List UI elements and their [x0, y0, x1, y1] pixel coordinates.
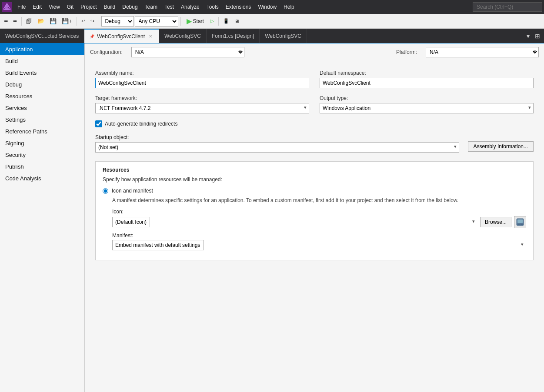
startup-object-group: Startup object: (Not set)	[95, 134, 459, 153]
start-triangle-icon: ▶	[187, 17, 192, 25]
sidebar-item-signing[interactable]: Signing	[0, 137, 84, 149]
output-type-select[interactable]: Windows Application Class Library Consol…	[320, 103, 534, 113]
target-framework-select[interactable]: .NET Framework 4.7.2 .NET Framework 4.8 …	[95, 103, 309, 113]
toolbar: ⬅ ➡ 🗐 📂 💾 💾+ ↩ ↪ Debug Release Any CPU x…	[0, 14, 544, 29]
assembly-info-button[interactable]: Assembly Information...	[468, 141, 534, 152]
start-button[interactable]: ▶ Start	[183, 16, 207, 27]
auto-generate-row: Auto-generate binding redirects	[95, 120, 534, 127]
cpu-dropdown[interactable]: Any CPU x86 x64	[135, 16, 178, 27]
radio-icon-manifest: Icon and manifest	[103, 188, 526, 194]
save-icon: 💾	[50, 18, 57, 24]
config-bar: Configuration: N/A Platform: N/A	[85, 43, 544, 61]
tab-label: WebConfigSvcClient	[97, 33, 145, 40]
menu-help[interactable]: Help	[280, 2, 298, 12]
tab-close-btn[interactable]: ✕	[147, 33, 154, 39]
menu-view[interactable]: View	[45, 2, 63, 12]
platform-label: Platform:	[396, 49, 417, 55]
tab-bar-end: ▾ ⊞	[523, 29, 544, 43]
toolbar-fwd-btn[interactable]: ➡	[11, 17, 19, 25]
radio-icon-manifest-desc: A manifest determines specific settings …	[112, 196, 526, 204]
menu-git[interactable]: Git	[63, 2, 77, 12]
tab-form1-design[interactable]: Form1.cs [Design]	[207, 29, 260, 43]
assembly-name-group: Assembly name:	[95, 70, 309, 88]
menu-analyze[interactable]: Analyze	[177, 2, 203, 12]
menu-test[interactable]: Test	[161, 2, 177, 12]
tab-layout-btn[interactable]: ⊞	[533, 32, 542, 40]
menu-build[interactable]: Build	[100, 2, 119, 12]
toolbar-sep-1	[21, 17, 22, 26]
config-label: Configuration:	[90, 49, 123, 55]
toolbar-emulator-btn[interactable]: 🖥	[232, 17, 241, 25]
icon-field-row: (Default Icon) Browse...	[112, 216, 526, 228]
toolbar-sep-3	[99, 17, 99, 26]
vs-logo	[2, 2, 12, 12]
icon-select[interactable]: (Default Icon)	[112, 217, 150, 227]
assembly-name-input[interactable]	[95, 78, 309, 88]
menu-items: File Edit View Git Project Build Debug T…	[14, 2, 298, 12]
manifest-label: Manifest:	[112, 233, 526, 239]
startup-object-select[interactable]: (Not set)	[95, 142, 459, 153]
sidebar-item-code-analysis[interactable]: Code Analysis	[0, 173, 84, 184]
toolbar-device-btn[interactable]: 📱	[221, 17, 231, 25]
menu-project[interactable]: Project	[77, 2, 100, 12]
menu-debug[interactable]: Debug	[119, 2, 141, 12]
toolbar-saveall-btn[interactable]: 💾+	[60, 17, 74, 26]
resources-section-title: Resources	[103, 167, 526, 173]
output-type-group: Output type: Windows Application Class L…	[320, 95, 534, 113]
tab-webconfigsvc-2[interactable]: WebConfigSVC	[159, 29, 207, 43]
toolbar-back-btn[interactable]: ⬅	[2, 17, 10, 25]
radio-icon-manifest-input[interactable]	[103, 188, 108, 194]
sidebar-item-security[interactable]: Security	[0, 149, 84, 161]
tab-webconfigsvcclient[interactable]: 📌 WebConfigSvcClient ✕	[84, 29, 159, 43]
menu-tools[interactable]: Tools	[203, 2, 222, 12]
sidebar-item-application[interactable]: Application	[0, 43, 84, 55]
svg-rect-2	[517, 224, 520, 225]
menu-extensions[interactable]: Extensions	[222, 2, 255, 12]
toolbar-sep-2	[77, 17, 77, 26]
auto-generate-checkbox[interactable]	[95, 120, 102, 127]
menu-team[interactable]: Team	[141, 2, 161, 12]
menu-window[interactable]: Window	[254, 2, 280, 12]
sidebar-item-publish[interactable]: Publish	[0, 161, 84, 173]
sidebar-item-debug[interactable]: Debug	[0, 79, 84, 90]
sidebar-item-build-events[interactable]: Build Events	[0, 67, 84, 79]
sidebar-item-services[interactable]: Services	[0, 102, 84, 114]
platform-dropdown[interactable]: N/A	[426, 47, 539, 57]
icon-browse-button[interactable]: Browse...	[480, 217, 511, 227]
toolbar-undo-btn[interactable]: ↩	[79, 17, 87, 25]
start-no-debug-btn[interactable]: ▷	[208, 17, 216, 25]
tab-label: Form1.cs [Design]	[212, 33, 254, 39]
target-framework-label: Target framework:	[95, 95, 309, 101]
toolbar-new-btn[interactable]: 🗐	[24, 17, 34, 26]
tab-webconfigsvc-3[interactable]: WebConfigSVC	[260, 29, 307, 43]
toolbar-redo-btn[interactable]: ↪	[88, 17, 97, 25]
search-input[interactable]	[473, 2, 542, 12]
manifest-select[interactable]: Embed manifest with default settings Cre…	[112, 240, 204, 250]
debug-config-dropdown[interactable]: Debug Release	[101, 16, 134, 27]
icon-preview	[514, 216, 526, 228]
target-framework-group: Target framework: .NET Framework 4.7.2 .…	[95, 95, 309, 113]
tab-label: WebConfigSVC:...cted Services	[5, 33, 79, 39]
assembly-info-wrapper: Assembly Information...	[468, 141, 534, 153]
menu-edit[interactable]: Edit	[29, 2, 45, 12]
default-namespace-label: Default namespace:	[320, 70, 534, 76]
icon-label: Icon:	[112, 209, 526, 215]
tab-pin-icon: 📌	[90, 34, 94, 39]
sidebar-item-build[interactable]: Build	[0, 55, 84, 67]
start-label: Start	[193, 18, 204, 24]
default-namespace-input[interactable]	[320, 78, 534, 88]
default-namespace-group: Default namespace:	[320, 70, 534, 88]
target-framework-wrapper: .NET Framework 4.7.2 .NET Framework 4.8 …	[95, 103, 309, 113]
sidebar: Application Build Build Events Debug Res…	[0, 43, 85, 392]
tab-webconfigsvc-services[interactable]: WebConfigSVC:...cted Services	[0, 29, 84, 43]
sidebar-item-reference-paths[interactable]: Reference Paths	[0, 126, 84, 137]
sidebar-item-resources[interactable]: Resources	[0, 90, 84, 102]
sidebar-item-settings[interactable]: Settings	[0, 114, 84, 126]
form-area: Assembly name: Default namespace: Target…	[85, 61, 544, 276]
toolbar-save-btn[interactable]: 💾	[47, 17, 59, 26]
toolbar-open-btn[interactable]: 📂	[35, 17, 47, 26]
assembly-name-label: Assembly name:	[95, 70, 309, 76]
menu-file[interactable]: File	[14, 2, 29, 12]
tab-dropdown-btn[interactable]: ▾	[524, 32, 532, 40]
config-dropdown[interactable]: N/A	[131, 47, 244, 57]
